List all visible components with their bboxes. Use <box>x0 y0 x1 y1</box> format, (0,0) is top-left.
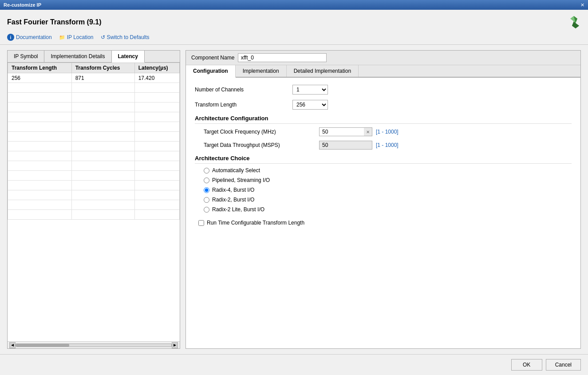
arch-config-section: Target Clock Frequency (MHz) ✕ [1 - 1000… <box>204 127 572 150</box>
table-cell <box>134 103 179 112</box>
table-row <box>8 142 180 151</box>
main-window: Fast Fourier Transform (9.1) i Documenta… <box>0 10 588 375</box>
right-panel: Component Name xfft_0 Configuration Impl… <box>185 50 581 349</box>
table-row <box>8 210 180 220</box>
table-row <box>8 112 180 122</box>
table-cell <box>71 93 134 103</box>
table-row <box>8 171 180 181</box>
channels-label: Number of Channels <box>195 87 292 93</box>
window-title: Fast Fourier Transform (9.1) <box>7 15 581 29</box>
radio-pipeline-label[interactable]: Pipelined, Streaming I/O <box>212 177 270 183</box>
table-cell <box>71 112 134 122</box>
radio-radix4-label[interactable]: Radix-4, Burst I/O <box>212 187 254 193</box>
table-cell <box>71 142 134 151</box>
table-cell: 871 <box>71 73 134 83</box>
switch-defaults-label: Switch to Defaults <box>107 34 150 40</box>
table-row: 25687117.420 <box>8 73 180 83</box>
table-cell <box>134 132 179 142</box>
runtime-checkbox[interactable] <box>198 220 204 226</box>
window-header: Fast Fourier Transform (9.1) i Documenta… <box>0 10 588 45</box>
horizontal-scrollbar[interactable]: ◀ ▶ <box>8 341 180 348</box>
title-bar-title: Re-customize IP <box>4 2 41 8</box>
table-cell <box>134 151 179 161</box>
throughput-range: [1 - 1000] <box>376 142 399 148</box>
table-cell <box>71 151 134 161</box>
table-cell <box>8 200 72 210</box>
radio-radix2lite-label[interactable]: Radix-2 Lite, Burst I/O <box>212 206 264 213</box>
throughput-input <box>319 141 372 150</box>
close-button[interactable]: ✕ <box>580 2 584 8</box>
tab-implementation-details[interactable]: Implementation Details <box>44 51 111 62</box>
radio-radix2lite-row: Radix-2 Lite, Burst I/O <box>204 206 572 213</box>
switch-defaults-button[interactable]: ↺ Switch to Defaults <box>101 34 150 40</box>
radio-auto[interactable] <box>204 168 209 174</box>
clock-freq-clear-btn[interactable]: ✕ <box>364 128 372 136</box>
table-cell: 256 <box>8 73 72 83</box>
table-row <box>8 83 180 93</box>
scrollbar-track[interactable] <box>16 343 172 347</box>
left-panel: IP Symbol Implementation Details Latency… <box>7 50 180 349</box>
radio-auto-label[interactable]: Automatically Select <box>212 167 260 174</box>
right-tabs-header: Configuration Implementation Detailed Im… <box>186 65 580 78</box>
table-cell <box>71 210 134 220</box>
ok-button[interactable]: OK <box>511 359 542 371</box>
clock-freq-input[interactable] <box>320 128 364 136</box>
radio-radix4[interactable] <box>204 187 209 193</box>
scroll-left-arrow[interactable]: ◀ <box>9 342 16 348</box>
documentation-button[interactable]: i Documentation <box>7 34 52 41</box>
table-cell <box>71 103 134 112</box>
table-cell <box>134 190 179 200</box>
arch-choice-title: Architecture Choice <box>195 155 572 164</box>
radio-radix2-label[interactable]: Radix-2, Burst I/O <box>212 197 254 203</box>
transform-length-select[interactable]: 64 128 256 512 1024 <box>292 100 328 110</box>
configuration-content: Number of Channels 1 2 4 8 Transform Len… <box>186 78 580 348</box>
refresh-icon: ↺ <box>101 34 105 40</box>
table-cell <box>8 83 72 93</box>
content-area: IP Symbol Implementation Details Latency… <box>0 45 588 354</box>
col-transform-length: Transform Length <box>8 63 72 73</box>
table-row <box>8 151 180 161</box>
radio-radix2lite[interactable] <box>204 207 209 213</box>
tab-implementation[interactable]: Implementation <box>236 65 287 77</box>
tab-latency[interactable]: Latency <box>112 51 145 63</box>
latency-table-container: Transform Length Transform Cycles Latenc… <box>8 63 180 341</box>
table-cell <box>8 161 72 171</box>
table-cell <box>8 103 72 112</box>
table-cell <box>134 200 179 210</box>
table-cell <box>134 112 179 122</box>
table-cell <box>8 210 72 220</box>
table-cell <box>8 93 72 103</box>
channels-select[interactable]: 1 2 4 8 <box>292 85 328 95</box>
arch-choice-group: Automatically Select Pipelined, Streamin… <box>195 167 572 213</box>
component-name-value[interactable]: xfft_0 <box>238 53 327 62</box>
ip-location-button[interactable]: 📁 IP Location <box>59 34 94 40</box>
radio-radix2[interactable] <box>204 197 209 203</box>
tab-configuration[interactable]: Configuration <box>186 65 236 78</box>
toolbar: i Documentation 📁 IP Location ↺ Switch t… <box>7 34 581 41</box>
clock-freq-input-container: ✕ <box>319 127 372 136</box>
table-cell <box>134 83 179 93</box>
table-row <box>8 93 180 103</box>
left-tabs-header: IP Symbol Implementation Details Latency <box>8 51 180 63</box>
app-title: Fast Fourier Transform (9.1) <box>7 18 102 26</box>
clock-freq-label: Target Clock Frequency (MHz) <box>204 129 319 135</box>
radio-pipeline[interactable] <box>204 178 209 183</box>
col-transform-cycles: Transform Cycles <box>71 63 134 73</box>
runtime-label[interactable]: Run Time Configurable Transform Length <box>207 220 304 226</box>
table-cell <box>134 93 179 103</box>
tab-ip-symbol[interactable]: IP Symbol <box>8 51 44 62</box>
scrollbar-thumb[interactable] <box>16 344 69 347</box>
scroll-right-arrow[interactable]: ▶ <box>172 342 178 348</box>
title-bar: Re-customize IP ✕ <box>0 0 588 10</box>
table-cell <box>134 181 179 190</box>
radio-radix4-row: Radix-4, Burst I/O <box>204 187 572 193</box>
table-cell <box>8 190 72 200</box>
location-icon: 📁 <box>59 35 65 40</box>
tab-detailed-implementation[interactable]: Detailed Implementation <box>287 65 359 77</box>
table-cell <box>8 112 72 122</box>
cancel-button[interactable]: Cancel <box>546 359 581 371</box>
component-name-bar: Component Name xfft_0 <box>186 51 580 65</box>
table-cell <box>134 210 179 220</box>
table-row <box>8 190 180 200</box>
table-cell <box>71 171 134 181</box>
